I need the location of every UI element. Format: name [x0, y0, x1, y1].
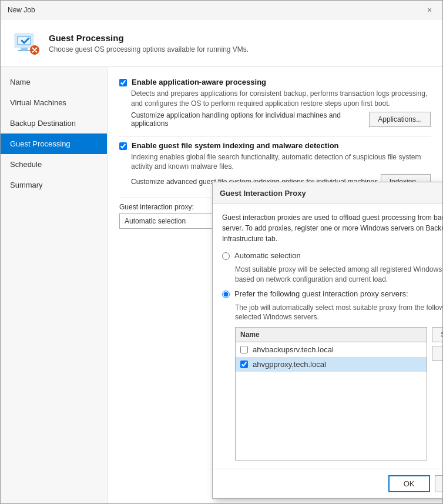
radio-automatic[interactable]	[222, 252, 230, 260]
guest-interaction-proxy-modal: Guest Interaction Proxy × Guest interact…	[212, 182, 442, 499]
proxy-checkbox-0[interactable]	[240, 346, 248, 353]
section-divider-1	[119, 136, 431, 136]
indexing-checkbox[interactable]	[119, 142, 127, 150]
app-aware-customize-text: Customize application handling options f…	[131, 111, 369, 128]
radio-automatic-option: Automatic selection	[222, 251, 442, 260]
sidebar-item-schedule[interactable]: Schedule	[1, 154, 107, 175]
sidebar-item-summary[interactable]: Summary	[1, 175, 107, 195]
app-aware-checkbox[interactable]	[119, 79, 127, 86]
proxy-table-buttons: Select all Clear all	[432, 327, 442, 460]
proxy-table-header: Name	[236, 328, 427, 342]
proxy-table: Name ahvbackupsrv.tech.local ahvgpproxy.…	[235, 327, 427, 460]
modal-title: Guest Interaction Proxy	[220, 189, 306, 198]
main-window: New Job × Guest Processing Choose guest …	[0, 0, 443, 504]
header-text-block: Guest Processing Choose guest OS process…	[49, 33, 249, 54]
radio-prefer-desc: The job will automatically select most s…	[235, 303, 442, 323]
sidebar-item-backup-destination[interactable]: Backup Destination	[1, 113, 107, 133]
window-close-button[interactable]: ×	[424, 4, 435, 16]
svg-rect-3	[21, 48, 28, 50]
app-aware-label[interactable]: Enable application-aware processing	[132, 78, 266, 86]
proxy-row-1[interactable]: ahvgpproxy.tech.local	[236, 357, 427, 372]
modal-body: Guest interaction proxies are used to of…	[213, 204, 442, 469]
modal-footer: OK Cancel	[213, 469, 442, 498]
radio-automatic-desc: Most suitable proxy will be selected amo…	[235, 265, 442, 285]
sidebar-item-virtual-machines[interactable]: Virtual Machines	[1, 92, 107, 113]
main-content: Enable application-aware processing Dete…	[108, 67, 442, 503]
app-aware-row: Customize application handling options f…	[131, 111, 431, 128]
sidebar-item-guest-processing[interactable]: Guest Processing	[1, 133, 107, 154]
page-description: Choose guest OS processing options avail…	[49, 45, 249, 54]
app-aware-section: Enable application-aware processing Dete…	[119, 78, 431, 128]
modal-description: Guest interaction proxies are used to of…	[222, 212, 442, 244]
sidebar-item-name[interactable]: Name	[1, 72, 107, 92]
modal-cancel-button[interactable]: Cancel	[435, 475, 442, 492]
indexing-desc1: Indexing enables global file search func…	[131, 152, 431, 172]
page-title: Guest Processing	[49, 33, 249, 43]
radio-prefer-option: Prefer the following guest interaction p…	[222, 289, 442, 298]
title-bar: New Job ×	[1, 1, 442, 19]
sidebar: Name Virtual Machines Backup Destination…	[1, 67, 108, 503]
content-area: Name Virtual Machines Backup Destination…	[1, 67, 442, 503]
app-aware-desc1: Detects and prepares applications for co…	[131, 89, 431, 109]
svg-rect-4	[18, 50, 30, 51]
applications-button[interactable]: Applications...	[369, 112, 431, 127]
header-icon	[12, 29, 41, 57]
modal-title-bar: Guest Interaction Proxy ×	[213, 182, 442, 204]
radio-prefer[interactable]	[222, 291, 230, 298]
select-all-button[interactable]: Select all	[432, 327, 442, 342]
proxy-list-container: Name ahvbackupsrv.tech.local ahvgpproxy.…	[235, 327, 442, 460]
proxy-label-0: ahvbackupsrv.tech.local	[253, 345, 334, 354]
proxy-row-0[interactable]: ahvbackupsrv.tech.local	[236, 342, 427, 357]
app-aware-checkbox-row: Enable application-aware processing	[119, 78, 431, 86]
radio-prefer-label[interactable]: Prefer the following guest interaction p…	[234, 289, 408, 298]
indexing-checkbox-row: Enable guest file system indexing and ma…	[119, 141, 431, 150]
proxy-table-body: ahvbackupsrv.tech.local ahvgpproxy.tech.…	[236, 342, 427, 460]
proxy-label-1: ahvgpproxy.tech.local	[253, 360, 326, 369]
radio-automatic-label[interactable]: Automatic selection	[234, 251, 301, 260]
proxy-checkbox-1[interactable]	[240, 361, 248, 368]
clear-all-button[interactable]: Clear all	[432, 346, 442, 361]
indexing-label[interactable]: Enable guest file system indexing and ma…	[132, 141, 339, 150]
window-title: New Job	[8, 6, 35, 14]
page-header: Guest Processing Choose guest OS process…	[1, 19, 442, 67]
modal-ok-button[interactable]: OK	[388, 475, 430, 492]
